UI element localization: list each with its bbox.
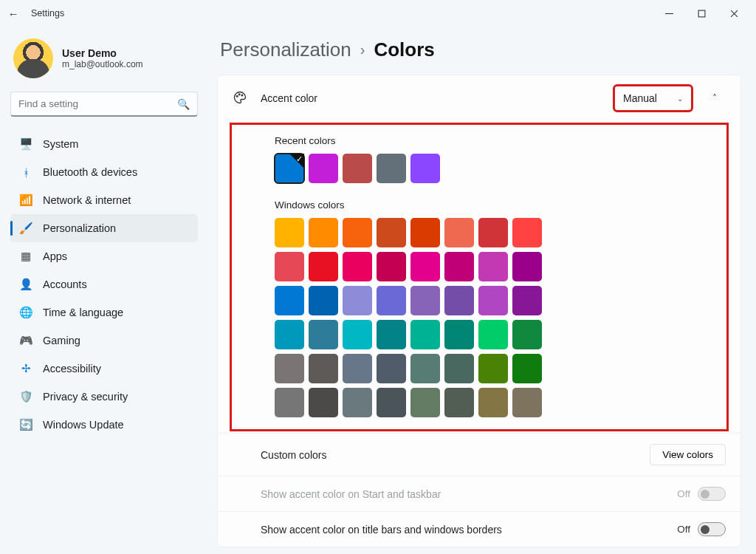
windows-color-swatch[interactable] bbox=[275, 320, 304, 349]
windows-color-swatch[interactable] bbox=[377, 320, 406, 349]
expand-collapse-button[interactable]: ˄ bbox=[704, 93, 726, 103]
sidebar-item-privacy-security[interactable]: 🛡️Privacy & security bbox=[10, 383, 198, 411]
sidebar-item-time-language[interactable]: 🌐Time & language bbox=[10, 298, 198, 326]
windows-color-swatch[interactable] bbox=[275, 388, 304, 417]
windows-color-swatch[interactable] bbox=[343, 354, 372, 383]
windows-color-swatch[interactable] bbox=[512, 252, 542, 281]
minimize-button[interactable] bbox=[653, 3, 685, 24]
view-colors-button[interactable]: View colors bbox=[650, 444, 726, 465]
sidebar-item-windows-update[interactable]: 🔄Windows Update bbox=[10, 411, 198, 439]
accent-mode-dropdown[interactable]: Manual ⌄ bbox=[614, 86, 692, 111]
sidebar-item-system[interactable]: 🖥️System bbox=[10, 130, 198, 158]
sidebar-item-apps[interactable]: ▦Apps bbox=[10, 242, 198, 270]
windows-color-swatch[interactable] bbox=[410, 286, 440, 315]
sidebar-item-gaming[interactable]: 🎮Gaming bbox=[10, 326, 198, 355]
search-input[interactable] bbox=[18, 98, 177, 109]
windows-color-swatch[interactable] bbox=[309, 388, 338, 417]
windows-color-swatch[interactable] bbox=[343, 252, 372, 281]
windows-color-swatch[interactable] bbox=[309, 320, 338, 349]
search-box[interactable]: 🔍 bbox=[10, 92, 198, 117]
recent-color-swatch[interactable] bbox=[343, 154, 372, 183]
windows-color-swatch[interactable] bbox=[478, 286, 508, 315]
nav-label: Windows Update bbox=[43, 419, 124, 431]
windows-color-swatch[interactable] bbox=[309, 252, 338, 281]
user-name: User Demo bbox=[62, 47, 143, 59]
accent-titlebars-label: Show accent color on title bars and wind… bbox=[233, 524, 665, 536]
windows-color-swatch[interactable] bbox=[444, 286, 474, 315]
windows-color-swatch[interactable] bbox=[343, 320, 372, 349]
sidebar-item-network-internet[interactable]: 📶Network & internet bbox=[10, 186, 198, 214]
sidebar-item-accessibility[interactable]: ✢Accessibility bbox=[10, 355, 198, 383]
windows-color-swatch[interactable] bbox=[410, 218, 440, 247]
nav-icon: ▦ bbox=[19, 250, 32, 263]
windows-color-swatch[interactable] bbox=[512, 320, 542, 349]
windows-color-swatch[interactable] bbox=[275, 218, 304, 247]
nav-label: Privacy & security bbox=[43, 391, 128, 403]
windows-color-swatch[interactable] bbox=[275, 354, 304, 383]
windows-color-swatch[interactable] bbox=[478, 252, 508, 281]
nav-list: 🖥️SystemᚼBluetooth & devices📶Network & i… bbox=[10, 130, 198, 439]
windows-color-swatch[interactable] bbox=[444, 388, 474, 417]
sidebar-item-bluetooth-devices[interactable]: ᚼBluetooth & devices bbox=[10, 158, 198, 186]
windows-color-swatch[interactable] bbox=[343, 286, 372, 315]
svg-point-4 bbox=[236, 95, 238, 97]
back-button[interactable]: ← bbox=[6, 7, 21, 20]
windows-color-swatch[interactable] bbox=[309, 286, 338, 315]
windows-color-swatch[interactable] bbox=[309, 218, 338, 247]
windows-color-swatch[interactable] bbox=[512, 354, 542, 383]
accent-start-taskbar-toggle: Off bbox=[677, 487, 726, 501]
user-email: m_lab@outlook.com bbox=[62, 59, 143, 69]
recent-color-swatch[interactable] bbox=[309, 154, 338, 183]
nav-label: System bbox=[43, 138, 78, 150]
windows-color-swatch[interactable] bbox=[444, 320, 474, 349]
maximize-button[interactable] bbox=[685, 3, 718, 24]
toggle-state: Off bbox=[677, 488, 690, 499]
sidebar-item-personalization[interactable]: 🖌️Personalization bbox=[10, 214, 198, 242]
recent-color-swatch[interactable] bbox=[410, 154, 440, 183]
windows-color-swatch[interactable] bbox=[512, 388, 542, 417]
windows-color-swatch[interactable] bbox=[478, 320, 508, 349]
windows-color-swatch[interactable] bbox=[377, 252, 406, 281]
svg-point-6 bbox=[241, 95, 243, 96]
avatar bbox=[13, 38, 53, 78]
chevron-down-icon: ⌄ bbox=[677, 95, 683, 103]
windows-color-swatch[interactable] bbox=[275, 252, 304, 281]
windows-color-swatch[interactable] bbox=[343, 388, 372, 417]
windows-color-swatch[interactable] bbox=[275, 286, 304, 315]
custom-colors-label: Custom colors bbox=[233, 449, 638, 461]
accent-titlebars-toggle[interactable]: Off bbox=[677, 522, 726, 536]
close-button[interactable] bbox=[718, 3, 750, 24]
breadcrumb-parent[interactable]: Personalization bbox=[220, 38, 351, 61]
windows-color-swatch[interactable] bbox=[410, 354, 440, 383]
recent-color-swatch[interactable]: ✓ bbox=[275, 154, 304, 183]
windows-color-swatch[interactable] bbox=[410, 252, 440, 281]
svg-rect-1 bbox=[698, 10, 705, 17]
windows-color-swatch[interactable] bbox=[309, 354, 338, 383]
windows-color-swatch[interactable] bbox=[410, 388, 440, 417]
breadcrumb: Personalization › Colors bbox=[220, 38, 741, 61]
recent-color-swatch[interactable] bbox=[377, 154, 406, 183]
windows-color-swatch[interactable] bbox=[478, 354, 508, 383]
accent-start-taskbar-row: Show accent color on Start and taskbar O… bbox=[218, 476, 740, 511]
windows-color-swatch[interactable] bbox=[410, 320, 440, 349]
sidebar-item-accounts[interactable]: 👤Accounts bbox=[10, 270, 198, 298]
windows-color-swatch[interactable] bbox=[377, 388, 406, 417]
windows-color-swatch[interactable] bbox=[478, 388, 508, 417]
windows-color-swatch[interactable] bbox=[377, 218, 406, 247]
switch-icon bbox=[698, 522, 726, 536]
windows-color-swatch[interactable] bbox=[444, 218, 474, 247]
user-block[interactable]: User Demo m_lab@outlook.com bbox=[13, 38, 195, 78]
windows-color-swatch[interactable] bbox=[512, 218, 542, 247]
toggle-state: Off bbox=[677, 524, 690, 535]
windows-color-swatch[interactable] bbox=[444, 252, 474, 281]
windows-color-swatch[interactable] bbox=[478, 218, 508, 247]
nav-icon: 🛡️ bbox=[19, 390, 32, 403]
accent-color-row[interactable]: Accent color Manual ⌄ ˄ bbox=[218, 75, 740, 121]
windows-color-swatch[interactable] bbox=[377, 354, 406, 383]
windows-colors-grid bbox=[275, 218, 570, 417]
windows-color-swatch[interactable] bbox=[512, 286, 542, 315]
titlebar: ← Settings bbox=[0, 0, 756, 27]
windows-color-swatch[interactable] bbox=[343, 218, 372, 247]
windows-color-swatch[interactable] bbox=[444, 354, 474, 383]
windows-color-swatch[interactable] bbox=[377, 286, 406, 315]
